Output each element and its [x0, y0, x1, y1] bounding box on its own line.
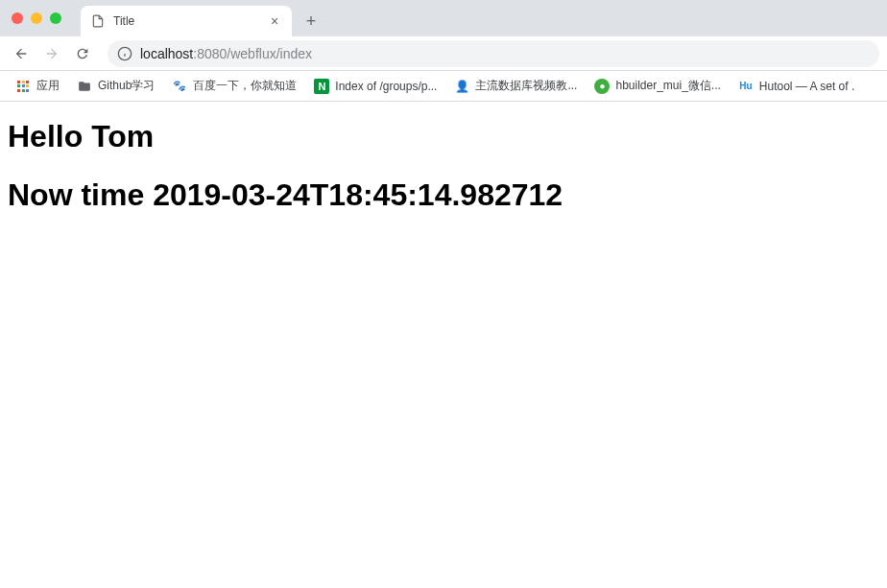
apps-icon — [15, 79, 31, 94]
forward-button[interactable] — [38, 40, 65, 67]
bookmark-database[interactable]: 👤 主流数据库视频教... — [446, 74, 585, 98]
url-port: :8080 — [193, 46, 227, 61]
n-icon: N — [314, 79, 329, 94]
bookmark-apps[interactable]: 应用 — [8, 74, 67, 98]
site-info-icon[interactable] — [117, 46, 132, 61]
bookmark-label: Index of /groups/p... — [335, 80, 437, 93]
heading-time: Now time 2019-03-24T18:45:14.982712 — [8, 177, 879, 213]
toolbar: localhost:8080/webflux/index — [0, 36, 887, 71]
address-bar[interactable]: localhost:8080/webflux/index — [108, 40, 879, 67]
bookmark-label: 百度一下，你就知道 — [193, 78, 297, 94]
bookmark-nexus[interactable]: N Index of /groups/p... — [306, 75, 444, 98]
baidu-icon: 🐾 — [172, 79, 187, 94]
bookmark-hutool[interactable]: Hu Hutool — A set of . — [731, 75, 862, 98]
hbuilder-icon: ● — [594, 79, 610, 94]
hutool-icon: Hu — [738, 79, 754, 94]
folder-icon — [77, 79, 92, 94]
heading-hello: Hello Tom — [8, 119, 879, 154]
tab-bar: Title × + — [0, 0, 887, 36]
close-tab-button[interactable]: × — [267, 13, 282, 29]
page-content: Hello Tom Now time 2019-03-24T18:45:14.9… — [0, 102, 887, 588]
bookmark-label: Hutool — A set of . — [759, 80, 854, 93]
browser-tab[interactable]: Title × — [81, 6, 292, 36]
person-icon: 👤 — [454, 79, 469, 94]
reload-button[interactable] — [69, 40, 96, 67]
bookmark-hbuilder[interactable]: ● hbuilder_mui_微信... — [587, 74, 728, 98]
bookmark-github[interactable]: Github学习 — [69, 74, 162, 98]
back-button[interactable] — [8, 40, 35, 67]
bookmark-baidu[interactable]: 🐾 百度一下，你就知道 — [164, 74, 304, 98]
tab-title: Title — [113, 14, 259, 28]
page-icon — [90, 13, 106, 29]
bookmark-label: hbuilder_mui_微信... — [615, 78, 720, 94]
bookmark-label: 主流数据库视频教... — [475, 78, 577, 94]
window-controls — [0, 0, 73, 36]
url-path: /webflux/index — [227, 46, 312, 61]
minimize-window-button[interactable] — [31, 12, 42, 24]
maximize-window-button[interactable] — [50, 12, 61, 24]
close-window-button[interactable] — [12, 12, 23, 24]
bookmarks-bar: 应用 Github学习 🐾 百度一下，你就知道 N Index of /grou… — [0, 71, 887, 102]
bookmark-label: Github学习 — [98, 78, 155, 94]
url-host: localhost — [140, 46, 193, 61]
browser-window: Title × + localhost:8080/webflux/index — [0, 0, 887, 588]
new-tab-button[interactable]: + — [298, 8, 324, 35]
bookmark-label: 应用 — [36, 78, 60, 94]
url-text: localhost:8080/webflux/index — [140, 46, 312, 61]
